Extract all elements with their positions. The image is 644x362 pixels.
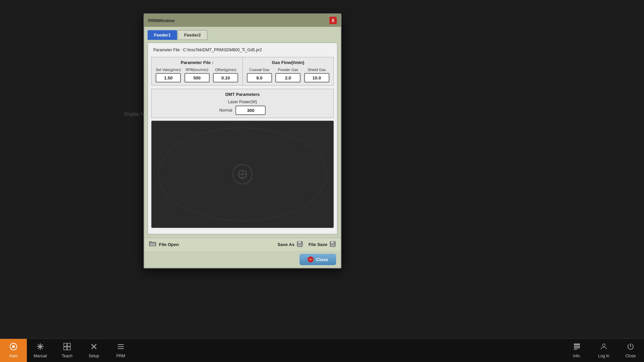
taskbar-item-close[interactable]: Close bbox=[617, 339, 644, 362]
auto-icon bbox=[9, 343, 17, 352]
prm-close-x-button[interactable]: X bbox=[329, 17, 337, 24]
prm-content: Parameter File : C:\InssTek\DMT_PRM\SDM8… bbox=[148, 43, 337, 234]
close-minus-icon: − bbox=[308, 256, 314, 262]
parameter-file-label: Parameter File : bbox=[153, 48, 182, 52]
taskbar-item-prm[interactable]: PRM bbox=[107, 339, 134, 362]
prm-bottom-bar: File Open Save As File Save bbox=[144, 238, 341, 251]
svg-point-10 bbox=[12, 345, 15, 348]
prm-close-row: − Close bbox=[144, 251, 341, 268]
svg-rect-7 bbox=[331, 241, 334, 243]
gas-flow-title: Gas Flow(l/min) bbox=[246, 60, 330, 65]
param-file-section: Parameter File : Set Vale(g/min) RPM(rev… bbox=[152, 57, 243, 85]
logo-icon bbox=[237, 169, 248, 179]
taskbar-item-setup[interactable]: Setup bbox=[80, 339, 107, 362]
gas-flow-section: Gas Flow(l/min) Coaxial Gas Powder Gas S… bbox=[243, 57, 334, 85]
svg-rect-24 bbox=[574, 344, 580, 345]
power-icon-svg bbox=[627, 343, 635, 351]
offset-field: Offset(g/min) bbox=[213, 68, 238, 82]
prm-label: PRM bbox=[116, 354, 125, 358]
taskbar-item-manual[interactable]: Manual bbox=[27, 339, 54, 362]
parameter-file-row: Parameter File : C:\InssTek\DMT_PRM\SDM8… bbox=[151, 46, 334, 54]
close-action-button[interactable]: − Close bbox=[300, 254, 336, 265]
parameter-file-path: C:\InssTek\DMT_PRM\SDM800_Ti_Gd5.pr2 bbox=[183, 48, 262, 52]
setup-icon-svg bbox=[90, 343, 98, 351]
taskbar-left: Auto Manual bbox=[0, 339, 134, 362]
folder-open-icon bbox=[149, 241, 156, 248]
dark-area-logo bbox=[232, 164, 253, 184]
shield-gas-field: Shield Gas bbox=[304, 68, 329, 82]
auto-icon-svg bbox=[9, 343, 17, 351]
offset-input[interactable] bbox=[213, 73, 238, 82]
svg-rect-8 bbox=[331, 244, 335, 246]
prm-body: Feeder1 Feeder2 Parameter File : C:\Inss… bbox=[144, 27, 341, 238]
save-as-button[interactable]: Save As bbox=[278, 241, 303, 248]
svg-rect-4 bbox=[298, 241, 301, 243]
taskbar-right: Info. Log In Close bbox=[564, 339, 644, 362]
svg-rect-15 bbox=[64, 343, 67, 346]
dmt-normal-row: Normal bbox=[219, 106, 266, 115]
prm-window: PRMWindow X Feeder1 Feeder2 Parameter Fi… bbox=[144, 13, 341, 268]
offset-label: Offset(g/min) bbox=[215, 68, 236, 72]
shield-gas-input[interactable] bbox=[304, 73, 329, 82]
dmt-title: DMT Parameters bbox=[155, 92, 330, 97]
teach-label: Teach bbox=[62, 354, 72, 358]
svg-rect-23 bbox=[118, 348, 124, 349]
svg-rect-18 bbox=[67, 347, 70, 350]
info-icon-svg bbox=[573, 343, 581, 351]
svg-rect-17 bbox=[64, 347, 67, 350]
gas-flow-fields: Coaxial Gas Powder Gas Shield Gas bbox=[246, 68, 330, 82]
taskbar-item-teach[interactable]: Teach bbox=[54, 339, 80, 362]
prm-window-title: PRMWindow bbox=[148, 18, 175, 23]
auto-label: Auto bbox=[9, 354, 18, 358]
file-save-icon-svg bbox=[329, 241, 336, 247]
tab-feeder2[interactable]: Feeder2 bbox=[178, 30, 207, 40]
param-sections: Parameter File : Set Vale(g/min) RPM(rev… bbox=[151, 57, 334, 85]
file-save-icon bbox=[329, 241, 336, 248]
setup-icon bbox=[90, 343, 98, 352]
dark-area-circle bbox=[158, 128, 327, 221]
coaxial-gas-label: Coaxial Gas bbox=[249, 68, 269, 72]
prm-icon bbox=[117, 343, 125, 352]
set-vale-input[interactable] bbox=[156, 73, 181, 82]
svg-rect-25 bbox=[574, 346, 580, 347]
tab-bar: Feeder1 Feeder2 bbox=[148, 30, 337, 40]
info-label: Info. bbox=[573, 354, 581, 358]
normal-label: Normal bbox=[219, 108, 232, 113]
file-save-label: File Save bbox=[309, 242, 327, 247]
manual-icon bbox=[36, 343, 44, 352]
coaxial-gas-input[interactable] bbox=[247, 73, 272, 82]
setup-label: Setup bbox=[89, 354, 99, 358]
save-as-icon-svg bbox=[297, 241, 303, 247]
taskbar-item-info[interactable]: Info. bbox=[564, 339, 590, 362]
svg-point-28 bbox=[602, 344, 605, 347]
file-save-button[interactable]: File Save bbox=[309, 241, 336, 248]
normal-value-input[interactable] bbox=[235, 106, 266, 115]
powder-gas-label: Powder Gas bbox=[278, 68, 298, 72]
login-icon bbox=[600, 343, 608, 352]
param-file-section-title: Parameter File : bbox=[155, 60, 239, 65]
rpm-input[interactable] bbox=[184, 73, 210, 82]
power-icon bbox=[627, 343, 635, 352]
save-as-label: Save As bbox=[278, 242, 294, 247]
taskbar: Auto Manual bbox=[0, 339, 644, 362]
login-label: Log In bbox=[598, 354, 609, 358]
file-open-button[interactable]: File Open bbox=[149, 241, 179, 248]
rpm-field: RPM(rev/min) bbox=[184, 68, 210, 82]
login-icon-svg bbox=[600, 343, 608, 351]
powder-gas-field: Powder Gas bbox=[275, 68, 301, 82]
set-vale-label: Set Vale(g/min) bbox=[156, 68, 181, 72]
info-icon bbox=[573, 343, 581, 352]
set-vale-field: Set Vale(g/min) bbox=[156, 68, 181, 82]
powder-gas-input[interactable] bbox=[275, 73, 301, 82]
svg-rect-16 bbox=[67, 343, 70, 346]
svg-rect-26 bbox=[574, 347, 580, 348]
manual-icon-svg bbox=[36, 343, 44, 351]
taskbar-item-login[interactable]: Log In bbox=[590, 339, 617, 362]
tab-feeder1[interactable]: Feeder1 bbox=[148, 30, 177, 40]
prm-titlebar: PRMWindow X bbox=[144, 14, 341, 27]
taskbar-item-auto[interactable]: Auto bbox=[0, 339, 27, 362]
manual-label: Manual bbox=[34, 354, 47, 358]
laser-power-label: Laser Power(W) bbox=[228, 100, 257, 104]
close-action-label: Close bbox=[316, 257, 328, 262]
dmt-fields: Laser Power(W) Normal bbox=[155, 100, 330, 115]
